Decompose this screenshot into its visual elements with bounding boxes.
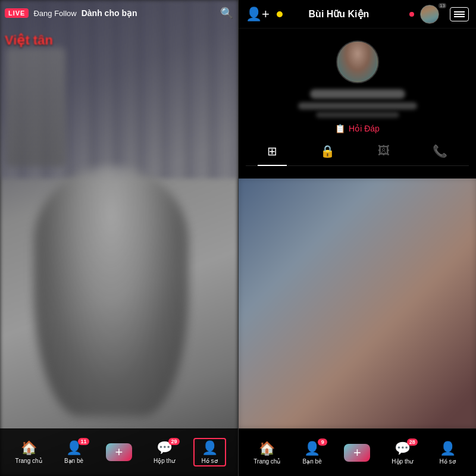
- avatar-container: 13: [420, 5, 444, 24]
- right-nav-friends-label: Bạn bè: [303, 458, 322, 465]
- right-nav-profile[interactable]: 👤 Hồ sơ: [431, 441, 464, 465]
- profile-icon-right: 👤: [440, 441, 456, 456]
- right-panel: 👤+ Bùi Hữu Kiện 13 📋 Hỏi Đáp: [239, 0, 476, 476]
- profile-icon: 👤: [202, 440, 218, 456]
- right-nav-inbox-label: Hộp thư: [392, 458, 413, 465]
- person-silhouette: [34, 167, 189, 416]
- qa-label: Hỏi Đáp: [349, 124, 380, 133]
- menu-button[interactable]: [450, 7, 469, 21]
- left-panel: LIVE Đang Follow Dành cho bạn 🔍 Việt tân…: [0, 0, 238, 476]
- plus-icon: +: [115, 444, 123, 460]
- nav-profile[interactable]: 👤 Hồ sơ: [193, 438, 226, 466]
- profile-section: 📋 Hỏi Đáp ⊞ 🔒 🖼 📞: [239, 29, 476, 172]
- right-nav-home[interactable]: 🏠 Trang chủ: [250, 441, 283, 465]
- right-nav-profile-label: Hồ sơ: [440, 458, 456, 465]
- content-blurred-bg: [239, 178, 476, 428]
- right-topbar: 👤+ Bùi Hữu Kiện 13: [239, 0, 476, 29]
- username-display: Bùi Hữu Kiện: [287, 8, 390, 20]
- tab-lock[interactable]: 🔒: [311, 142, 345, 161]
- right-friends-badge: 9: [318, 439, 327, 446]
- profile-stats-blurred: [298, 102, 417, 109]
- right-nav-home-label: Trang chủ: [253, 458, 280, 465]
- right-nav-add[interactable]: +: [341, 444, 374, 462]
- menu-line-1: [454, 11, 465, 12]
- home-icon: 🏠: [21, 440, 37, 456]
- right-bottom-nav: 🏠 Trang chủ 9 👤 Bạn bè + 28 💬 Hộp thư 👤 …: [239, 428, 476, 476]
- search-icon[interactable]: 🔍: [220, 7, 233, 20]
- qa-icon: 📋: [335, 124, 345, 133]
- gallery-icon: 🖼: [378, 144, 390, 158]
- profile-tabs: ⊞ 🔒 🖼 📞: [246, 142, 469, 166]
- gold-status-dot: [277, 11, 283, 17]
- left-bottom-nav: 🏠 Trang chủ 11 👤 Bạn bè + 29 💬 Hộp thư 👤…: [0, 428, 238, 476]
- right-nav-inbox[interactable]: 28 💬 Hộp thư: [386, 441, 419, 465]
- nav-inbox[interactable]: 29 💬 Hộp thư: [148, 440, 181, 464]
- overlay-text: Việt tân: [5, 33, 233, 48]
- inbox-badge: 29: [168, 438, 179, 445]
- left-topbar: LIVE Đang Follow Dành cho bạn 🔍: [0, 0, 238, 26]
- nav-friends-label: Bạn bè: [64, 458, 83, 464]
- grid-icon: ⊞: [267, 144, 277, 158]
- nav-profile-label: Hồ sơ: [202, 458, 218, 464]
- menu-line-3: [454, 16, 465, 17]
- tab-phone[interactable]: 📞: [423, 142, 457, 161]
- content-area: [239, 178, 476, 428]
- home-icon-right: 🏠: [259, 441, 275, 456]
- for-you-tab[interactable]: Dành cho bạn: [82, 8, 137, 18]
- nav-friends[interactable]: 11 👤 Bạn bè: [58, 440, 90, 464]
- right-plus-icon: +: [353, 445, 361, 461]
- nav-home-label: Trang chủ: [15, 458, 42, 464]
- avatar-badge: 13: [439, 3, 446, 8]
- profile-avatar: [336, 40, 379, 83]
- avatar-image: [421, 5, 439, 23]
- right-inbox-badge: 28: [407, 439, 418, 446]
- menu-line-2: [454, 14, 465, 15]
- nav-add[interactable]: +: [103, 443, 136, 461]
- phone-icon: 📞: [433, 144, 447, 158]
- add-button[interactable]: +: [106, 443, 132, 461]
- lock-icon: 🔒: [320, 144, 335, 158]
- profile-name-blurred: [310, 89, 405, 99]
- qa-button[interactable]: 📋 Hỏi Đáp: [335, 124, 380, 133]
- friends-badge: 11: [78, 438, 89, 445]
- nav-home[interactable]: 🏠 Trang chủ: [12, 440, 45, 464]
- right-add-button[interactable]: +: [344, 444, 370, 462]
- tab-gallery[interactable]: 🖼: [368, 142, 399, 161]
- avatar-image-large: [337, 42, 378, 82]
- profile-bio-blurred: [316, 112, 399, 118]
- tab-grid[interactable]: ⊞: [258, 142, 287, 161]
- nav-inbox-label: Hộp thư: [154, 458, 175, 464]
- online-status-dot: [409, 12, 414, 17]
- add-user-icon[interactable]: 👤+: [246, 7, 270, 22]
- following-tab[interactable]: Đang Follow: [33, 9, 76, 18]
- user-avatar-small[interactable]: [420, 5, 439, 24]
- live-badge: LIVE: [5, 8, 29, 18]
- bg-item: [6, 48, 65, 167]
- right-nav-friends[interactable]: 9 👤 Bạn bè: [296, 441, 328, 465]
